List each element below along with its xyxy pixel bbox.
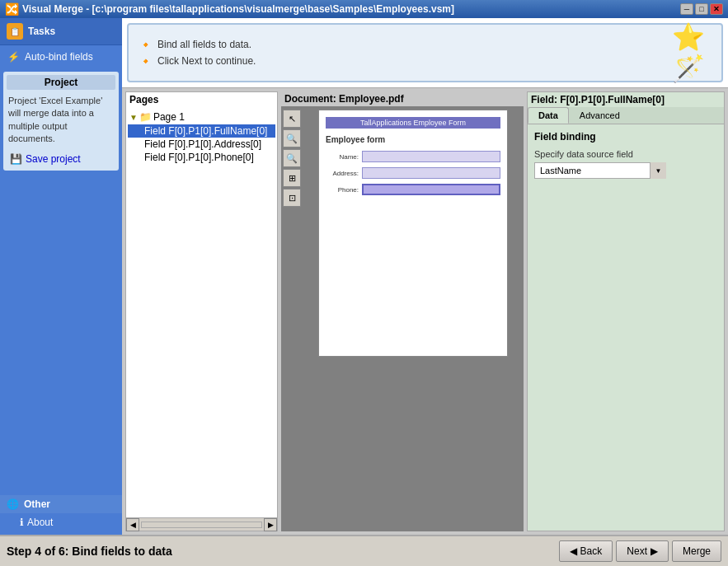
content-wrapper: 🔸 Bind all fields to data. 🔸 Click Next … <box>122 18 728 535</box>
pdf-name-label: Name: <box>326 153 359 161</box>
tasks-icon: 📋 <box>7 23 23 40</box>
back-button[interactable]: ◀ Back <box>559 540 613 562</box>
fit-tool[interactable]: ⊞ <box>283 169 301 187</box>
hint-area: 🔸 Bind all fields to data. 🔸 Click Next … <box>127 23 723 82</box>
hint-text-2: Click Next to continue. <box>157 55 256 67</box>
next-button[interactable]: Next ▶ <box>616 540 669 562</box>
pdf-address-row: Address: <box>326 167 500 179</box>
pages-tree: ▼ 📁 Page 1 Field F[0].P1[0].FullName[0] … <box>126 107 277 517</box>
field-binding-title: Field binding <box>534 131 717 143</box>
document-preview: ↖ 🔍 🔍 ⊞ ⊡ TallApplications Employee Form… <box>281 106 524 531</box>
about-item[interactable]: ℹ About <box>0 513 122 535</box>
pages-scrollbar[interactable]: ◀ ▶ <box>126 517 277 531</box>
datasource-select[interactable]: LastName FirstName Address Phone Email <box>534 162 666 179</box>
about-label: About <box>27 517 53 528</box>
document-panel: Document: Employee.pdf ↖ 🔍 🔍 ⊞ ⊡ TallApp… <box>281 91 524 531</box>
other-icon: 🌐 <box>7 498 19 510</box>
sidebar-spacer <box>0 174 122 495</box>
scroll-left-btn[interactable]: ◀ <box>126 518 139 531</box>
specify-datasource-label: Specify data source field <box>534 149 717 159</box>
tree-field-0[interactable]: Field F[0].P1[0].FullName[0] <box>128 124 275 138</box>
select-dropdown-icon[interactable]: ▼ <box>650 162 666 179</box>
scroll-right-btn[interactable]: ▶ <box>264 518 277 531</box>
page-1-header[interactable]: ▼ 📁 Page 1 <box>128 110 275 124</box>
pdf-preview-page: TallApplications Employee Form Employee … <box>318 110 508 357</box>
save-project-button[interactable]: 💾 Save project <box>7 151 115 167</box>
hint-text-1: Bind all fields to data. <box>157 39 251 50</box>
hint-bullet-2: 🔸 <box>139 54 153 68</box>
step-text: Step 4 of 6: Bind fields to data <box>7 545 172 558</box>
sidebar: 📋 Tasks ⚡ Auto-bind fields Project Proje… <box>0 18 122 535</box>
hint-line-1: 🔸 Bind all fields to data. <box>139 38 256 51</box>
merge-label: Merge <box>683 545 711 557</box>
navigation-buttons: ◀ Back Next ▶ Merge <box>559 540 721 562</box>
tree-field-1[interactable]: Field F[0].P1[0].Address[0] <box>128 138 275 151</box>
about-icon: ℹ <box>20 517 24 528</box>
field-content: Field binding Specify data source field … <box>528 124 724 531</box>
document-title: Document: Employee.pdf <box>281 91 524 106</box>
title-text: 🔀 Visual Merge - [c:\program files\talla… <box>5 2 454 16</box>
tasks-label: Tasks <box>28 26 55 37</box>
project-section: Project Project 'Excel Example' will mer… <box>3 72 119 171</box>
merge-button[interactable]: Merge <box>672 540 721 562</box>
zoom-out-tool[interactable]: 🔍 <box>283 149 301 167</box>
hint-magic-icon: ⭐🪄 <box>672 33 712 73</box>
pages-panel: Pages ▼ 📁 Page 1 Field F[0].P1[0].FullNa… <box>125 91 278 531</box>
close-button[interactable]: ✕ <box>710 3 723 15</box>
pdf-phone-row: Phone: <box>326 184 500 195</box>
pages-title: Pages <box>126 92 277 107</box>
hint-wrapper: 🔸 Bind all fields to data. 🔸 Click Next … <box>122 18 728 88</box>
page-folder-icon: 📁 <box>139 111 152 123</box>
pdf-phone-field <box>362 184 500 195</box>
other-section[interactable]: 🌐 Other <box>0 495 122 513</box>
main-layout: 📋 Tasks ⚡ Auto-bind fields Project Proje… <box>0 18 728 535</box>
select-tool[interactable]: ⊡ <box>283 189 301 207</box>
next-label: Next <box>627 545 647 557</box>
back-label: Back <box>580 545 603 557</box>
maximize-button[interactable]: □ <box>695 3 708 15</box>
bottom-bar: Step 4 of 6: Bind fields to data ◀ Back … <box>0 535 728 566</box>
datasource-select-wrapper: LastName FirstName Address Phone Email ▼ <box>534 162 666 179</box>
tab-data[interactable]: Data <box>528 107 569 124</box>
title-bar: 🔀 Visual Merge - [c:\program files\talla… <box>0 0 728 18</box>
tree-page-1: ▼ 📁 Page 1 Field F[0].P1[0].FullName[0] … <box>128 109 275 165</box>
tasks-header: 📋 Tasks <box>0 18 122 45</box>
pdf-address-label: Address: <box>326 170 359 177</box>
field-tabs: Data Advanced <box>528 107 724 124</box>
pdf-name-row: Name: <box>326 151 500 162</box>
auto-bind-button[interactable]: ⚡ Auto-bind fields <box>0 45 122 68</box>
field-properties-panel: Field: F[0].P1[0].FullName[0] Data Advan… <box>527 91 725 531</box>
pdf-page-header: TallApplications Employee Form <box>326 117 500 129</box>
tab-advanced[interactable]: Advanced <box>569 107 631 124</box>
title-controls: ─ □ ✕ <box>680 3 723 15</box>
hint-bullet-1: 🔸 <box>139 38 153 51</box>
document-toolbar: ↖ 🔍 🔍 ⊞ ⊡ <box>283 110 303 207</box>
tree-field-2[interactable]: Field F[0].P1[0].Phone[0] <box>128 151 275 164</box>
hint-texts: 🔸 Bind all fields to data. 🔸 Click Next … <box>139 38 256 68</box>
pdf-name-field <box>362 151 500 162</box>
field-title: Field: F[0].P1[0].FullName[0] <box>528 92 724 107</box>
auto-bind-icon: ⚡ <box>7 50 20 63</box>
back-arrow-icon: ◀ <box>570 545 577 557</box>
auto-bind-label: Auto-bind fields <box>25 51 93 63</box>
save-icon: 💾 <box>10 153 22 165</box>
zoom-in-tool[interactable]: 🔍 <box>283 129 301 147</box>
minimize-button[interactable]: ─ <box>680 3 693 15</box>
app-icon: 🔀 <box>5 2 19 16</box>
window-title: Visual Merge - [c:\program files\tallapp… <box>22 3 454 15</box>
cursor-tool[interactable]: ↖ <box>283 110 301 128</box>
pdf-phone-label: Phone: <box>326 186 359 194</box>
project-description: Project 'Excel Example' will merge data … <box>7 93 115 147</box>
content-area: Pages ▼ 📁 Page 1 Field F[0].P1[0].FullNa… <box>122 88 728 535</box>
save-project-label: Save project <box>26 153 81 165</box>
project-title: Project <box>7 75 115 90</box>
hint-line-2: 🔸 Click Next to continue. <box>139 54 256 68</box>
page-expand-icon: ▼ <box>129 113 138 122</box>
page-1-label: Page 1 <box>153 111 185 123</box>
pdf-address-field <box>362 167 500 179</box>
pdf-form-title: Employee form <box>326 135 500 144</box>
next-arrow-icon: ▶ <box>651 545 658 557</box>
other-label: Other <box>24 498 50 510</box>
scroll-track[interactable] <box>141 522 262 528</box>
